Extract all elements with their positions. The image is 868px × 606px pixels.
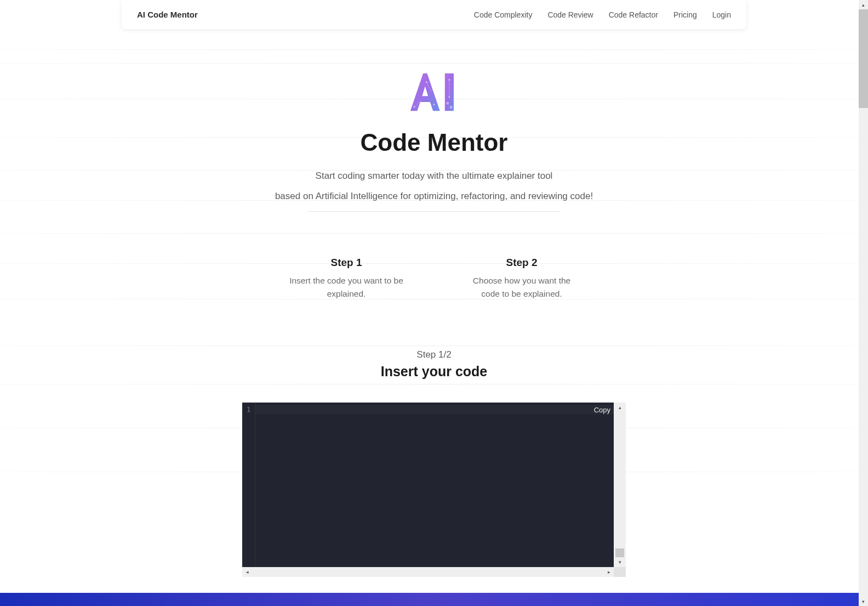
- nav-login[interactable]: Login: [712, 10, 731, 19]
- editor-section: Step 1/2 Insert your code 1 Copy ▴ ▾ ◂: [0, 349, 868, 577]
- editor-horizontal-scrollbar[interactable]: ◂ ▸: [242, 567, 626, 577]
- hero-subtitle-line1: Start coding smarter today with the ulti…: [0, 168, 868, 183]
- hero-section: Code Mentor Start coding smarter today w…: [0, 67, 868, 212]
- step-2-desc: Choose how you want the code to be expla…: [464, 274, 579, 300]
- main-header: AI Code Mentor Code Complexity Code Revi…: [122, 0, 746, 29]
- step-indicator: Step 1/2: [0, 349, 868, 360]
- editor-heading: Insert your code: [0, 364, 868, 380]
- step-1-desc: Insert the code you want to be explained…: [289, 274, 404, 300]
- scroll-corner: [614, 567, 626, 577]
- ai-logo-icon: [404, 67, 464, 119]
- copy-button[interactable]: Copy: [594, 406, 610, 414]
- scroll-left-arrow-icon[interactable]: ◂: [242, 567, 252, 577]
- steps-section: Step 1 Insert the code you want to be ex…: [0, 257, 868, 300]
- line-number-1: 1: [242, 406, 255, 414]
- step-2: Step 2 Choose how you want the code to b…: [464, 257, 579, 300]
- page-scroll-up-arrow-icon[interactable]: ▴: [859, 0, 868, 9]
- hero-subtitle-line2: based on Artificial Intelligence for opt…: [0, 189, 868, 203]
- scroll-right-arrow-icon[interactable]: ▸: [604, 567, 614, 577]
- horizontal-scroll-track[interactable]: [252, 567, 604, 577]
- nav-code-review[interactable]: Code Review: [547, 10, 593, 19]
- step-1-title: Step 1: [289, 257, 404, 269]
- page-scroll-down-arrow-icon[interactable]: ▾: [859, 597, 868, 606]
- editor-vertical-scrollbar[interactable]: ▴ ▾: [614, 403, 626, 567]
- nav-code-complexity[interactable]: Code Complexity: [474, 10, 533, 19]
- vertical-scroll-thumb[interactable]: [615, 548, 624, 557]
- scroll-up-arrow-icon[interactable]: ▴: [614, 403, 626, 412]
- code-editor[interactable]: 1 Copy ▴ ▾: [242, 403, 626, 567]
- hero-title: Code Mentor: [0, 129, 868, 156]
- svg-rect-9: [447, 102, 449, 105]
- footer-gradient-band: [0, 593, 868, 606]
- code-textarea[interactable]: [255, 403, 626, 567]
- current-line-highlight: [255, 405, 626, 414]
- hero-divider: [308, 211, 560, 212]
- code-editor-wrap: 1 Copy ▴ ▾ ◂ ▸: [242, 403, 626, 577]
- step-2-title: Step 2: [464, 257, 579, 269]
- line-number-gutter: 1: [242, 403, 255, 567]
- nav-pricing[interactable]: Pricing: [673, 10, 697, 19]
- nav-code-refactor[interactable]: Code Refactor: [609, 10, 658, 19]
- main-nav: Code Complexity Code Review Code Refacto…: [474, 10, 731, 19]
- brand-logo-text[interactable]: AI Code Mentor: [137, 10, 198, 19]
- step-1: Step 1 Insert the code you want to be ex…: [289, 257, 404, 300]
- svg-rect-10: [450, 106, 453, 109]
- svg-point-3: [433, 104, 435, 105]
- scroll-down-arrow-icon[interactable]: ▾: [614, 557, 626, 567]
